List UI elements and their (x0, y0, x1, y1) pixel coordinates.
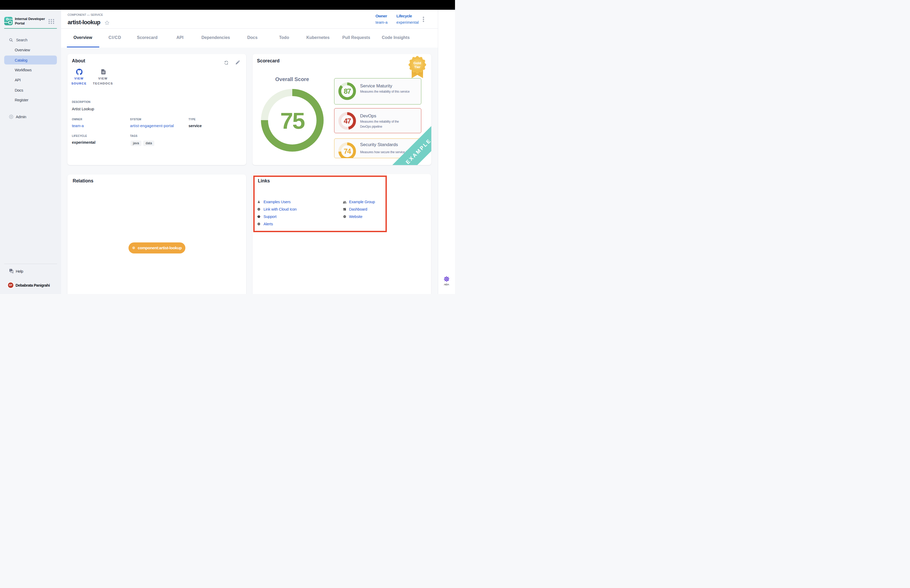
svg-text:47: 47 (344, 117, 351, 125)
svg-text:?: ? (10, 269, 11, 271)
svg-text:Gold: Gold (414, 61, 421, 65)
svg-text:74: 74 (344, 147, 351, 155)
svg-text:75: 75 (280, 107, 305, 133)
svg-text:87: 87 (344, 87, 351, 95)
svg-text:Tier: Tier (414, 65, 420, 69)
